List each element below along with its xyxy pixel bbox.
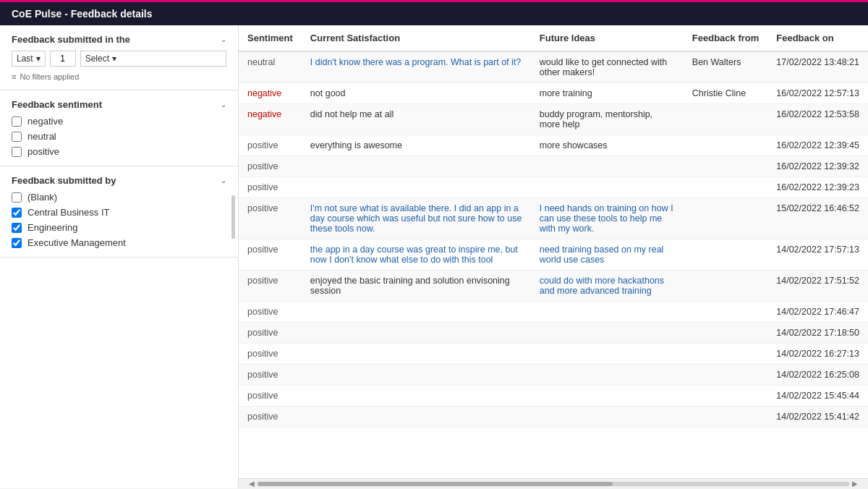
submitted-by-engineering-item[interactable]: Engineering	[12, 222, 226, 233]
submitted-by-exec-checkbox[interactable]	[12, 238, 22, 248]
submitted-in-title: Feedback submitted in the	[12, 34, 130, 45]
submitted-by-engineering-checkbox[interactable]	[12, 223, 22, 233]
cell-current-satisfaction	[302, 156, 531, 177]
table-wrapper[interactable]: Sentiment Current Satisfaction Future Id…	[239, 25, 868, 478]
cell-sentiment: positive	[239, 323, 302, 344]
cell-future-ideas: I need hands on training on how I can us…	[531, 198, 684, 239]
future-ideas-link[interactable]: need training based on my real world use…	[540, 244, 664, 265]
scroll-thumb	[258, 482, 613, 486]
table-row: positive14/02/2022 15:45:44	[239, 386, 868, 407]
last-dropdown[interactable]: Last ▾	[12, 51, 46, 67]
scroll-left-arrow[interactable]: ◀	[246, 480, 258, 488]
cell-future-ideas	[531, 365, 684, 386]
cell-future-ideas: more training	[531, 83, 684, 104]
cell-feedback-on: 14/02/2022 15:41:42	[767, 407, 868, 428]
submitted-by-central-item[interactable]: Central Business IT	[12, 207, 226, 218]
table-row: negativenot goodmore trainingChristie Cl…	[239, 83, 868, 104]
cell-feedback-on: 14/02/2022 17:46:47	[767, 302, 868, 323]
cell-current-satisfaction	[302, 386, 531, 407]
cell-feedback-from	[684, 386, 767, 407]
submitted-by-header[interactable]: Feedback submitted by ⌄	[12, 175, 226, 186]
cell-feedback-from	[684, 302, 767, 323]
future-ideas-link[interactable]: could do with more hackathons and more a…	[540, 276, 664, 296]
cell-sentiment: positive	[239, 177, 302, 198]
cell-future-ideas	[531, 386, 684, 407]
sentiment-section: Feedback sentiment ⌄ negative neutral po…	[0, 90, 238, 166]
sentiment-neutral-item[interactable]: neutral	[12, 131, 226, 142]
cell-feedback-from	[684, 104, 767, 135]
cell-current-satisfaction	[302, 323, 531, 344]
cell-feedback-from	[684, 271, 767, 302]
sentiment-negative-item[interactable]: negative	[12, 116, 226, 127]
cell-feedback-from	[684, 344, 767, 365]
future-ideas-link[interactable]: I need hands on training on how I can us…	[540, 203, 673, 234]
cell-current-satisfaction	[302, 365, 531, 386]
cell-sentiment: positive	[239, 239, 302, 271]
scroll-track[interactable]	[258, 482, 849, 486]
cell-feedback-on: 16/02/2022 12:53:58	[767, 104, 868, 135]
sentiment-neutral-checkbox[interactable]	[12, 132, 22, 142]
satisfaction-link[interactable]: the app in a day course was great to ins…	[310, 244, 518, 265]
cell-feedback-on: 16/02/2022 12:39:32	[767, 156, 868, 177]
cell-current-satisfaction	[302, 177, 531, 198]
cell-feedback-from	[684, 365, 767, 386]
submitted-by-blank-item[interactable]: (Blank)	[12, 192, 226, 203]
select-dropdown[interactable]: Select ▾	[80, 51, 226, 67]
submitted-by-blank-label: (Blank)	[27, 192, 57, 203]
filter-row-last: Last ▾ Select ▾	[12, 51, 226, 67]
submitted-in-header[interactable]: Feedback submitted in the ⌄	[12, 34, 226, 45]
col-current-satisfaction: Current Satisfaction	[302, 25, 531, 51]
table-row: negativedid not help me at allbuddy prog…	[239, 104, 868, 135]
cell-feedback-on: 16/02/2022 12:57:13	[767, 83, 868, 104]
submitted-by-exec-item[interactable]: Executive Management	[12, 237, 226, 248]
cell-current-satisfaction	[302, 344, 531, 365]
table-row: positiveI'm not sure what is available t…	[239, 198, 868, 239]
scroll-right-arrow[interactable]: ▶	[849, 480, 861, 488]
cell-feedback-from: Christie Cline	[684, 83, 767, 104]
no-filters-row: ≡ No filters applied	[12, 72, 226, 81]
cell-future-ideas: need training based on my real world use…	[531, 239, 684, 271]
table-row: positive14/02/2022 15:41:42	[239, 407, 868, 428]
cell-feedback-on: 14/02/2022 16:27:13	[767, 344, 868, 365]
right-panel: Sentiment Current Satisfaction Future Id…	[239, 25, 868, 488]
submitted-by-title: Feedback submitted by	[12, 175, 116, 186]
cell-current-satisfaction: the app in a day course was great to ins…	[302, 239, 531, 271]
cell-current-satisfaction: I didn't know there was a program. What …	[302, 51, 531, 83]
cell-sentiment: negative	[239, 104, 302, 135]
sentiment-title: Feedback sentiment	[12, 99, 102, 110]
cell-sentiment: positive	[239, 407, 302, 428]
cell-sentiment: positive	[239, 156, 302, 177]
cell-future-ideas	[531, 407, 684, 428]
horizontal-scrollbar[interactable]: ◀ ▶	[239, 478, 868, 488]
cell-future-ideas: more showcases	[531, 135, 684, 156]
sentiment-negative-checkbox[interactable]	[12, 116, 22, 127]
title-bar: CoE Pulse - Feedback details	[0, 0, 868, 25]
satisfaction-link[interactable]: I'm not sure what is available there. I …	[310, 203, 522, 234]
submitted-by-blank-checkbox[interactable]	[12, 192, 22, 203]
cell-future-ideas: could do with more hackathons and more a…	[531, 271, 684, 302]
submitted-by-central-checkbox[interactable]	[12, 208, 22, 218]
cell-sentiment: positive	[239, 302, 302, 323]
scrollbar-thumb[interactable]	[231, 195, 235, 239]
satisfaction-link[interactable]: I didn't know there was a program. What …	[310, 57, 521, 67]
submitted-by-engineering-label: Engineering	[27, 222, 77, 233]
cell-sentiment: negative	[239, 83, 302, 104]
table-row: positive14/02/2022 16:25:08	[239, 365, 868, 386]
chevron-down-icon: ⌄	[221, 177, 226, 184]
cell-future-ideas	[531, 302, 684, 323]
last-number-input[interactable]	[50, 51, 76, 67]
cell-current-satisfaction	[302, 407, 531, 428]
cell-feedback-from	[684, 407, 767, 428]
submitted-by-checkbox-list: (Blank) Central Business IT Engineering …	[12, 192, 226, 248]
cell-feedback-from	[684, 198, 767, 239]
cell-sentiment: positive	[239, 365, 302, 386]
sentiment-header[interactable]: Feedback sentiment ⌄	[12, 99, 226, 110]
sentiment-positive-item[interactable]: positive	[12, 146, 226, 157]
table-row: positiveeverything is awesomemore showca…	[239, 135, 868, 156]
submitted-in-section: Feedback submitted in the ⌄ Last ▾ Selec…	[0, 25, 238, 90]
col-feedback-from: Feedback from	[684, 25, 767, 51]
cell-feedback-from	[684, 177, 767, 198]
cell-feedback-on: 14/02/2022 17:51:52	[767, 271, 868, 302]
sentiment-positive-checkbox[interactable]	[12, 147, 22, 157]
title-label: CoE Pulse - Feedback details	[12, 8, 153, 20]
